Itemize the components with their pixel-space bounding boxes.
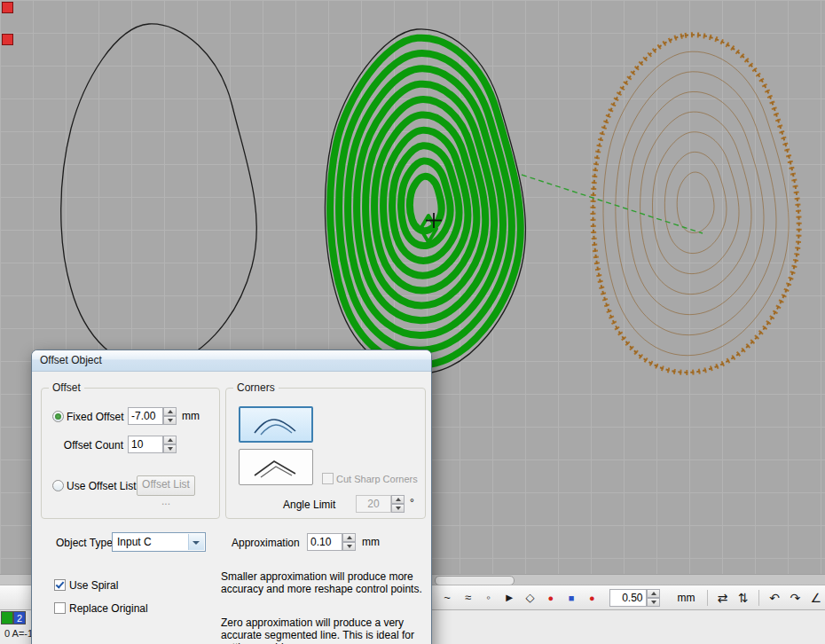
- fixed-offset-input[interactable]: [128, 407, 163, 425]
- motif-run-icon[interactable]: ◦: [480, 588, 498, 608]
- spin-down-button[interactable]: [163, 444, 177, 453]
- outline-width-stepper: [647, 589, 660, 607]
- fixed-offset-stepper: [163, 407, 177, 425]
- angle-limit-label: Angle Limit: [283, 499, 335, 511]
- run-stitch-icon[interactable]: ~: [438, 588, 456, 608]
- use-spiral-label: Use Spiral: [69, 579, 118, 592]
- outline-width-unit: mm: [678, 592, 695, 604]
- approximation-label: Approximation: [232, 537, 300, 549]
- offset-group-label: Offset: [49, 381, 84, 394]
- toolbar-separator: [758, 590, 759, 606]
- spin-up-button[interactable]: [163, 436, 177, 444]
- use-spiral-checkbox[interactable]: [54, 579, 66, 591]
- offset-object-dialog: Offset Object Offset Fixed Offset mm Off…: [31, 349, 432, 644]
- object-type-value: Input C: [117, 536, 152, 548]
- use-offset-list-label: Use Offset List: [67, 480, 136, 492]
- object-type-dropdown[interactable]: Input C: [112, 532, 206, 552]
- replace-original-label: Replace Original: [69, 602, 148, 615]
- app-window: ~ ≈ ◦ ► ◇ ● ■ ● mm ⇄ ⇅ ↶ ↷ ∠ 2 0 A=-14 O…: [0, 0, 825, 644]
- palette-color-2[interactable]: 2: [13, 611, 26, 624]
- fixed-offset-radio[interactable]: [52, 411, 64, 422]
- thread-color-icon[interactable]: ■: [562, 588, 580, 608]
- fixed-offset-unit: mm: [182, 410, 200, 422]
- sharp-corner-button[interactable]: [239, 449, 313, 485]
- offset-list-button[interactable]: Offset List ...: [137, 475, 195, 496]
- angle-limit-stepper: [391, 495, 405, 513]
- offset-spiral-shape[interactable]: [330, 38, 521, 365]
- offset-count-label: Offset Count: [54, 439, 123, 452]
- corners-group: Corners Cut Sharp Corners Angle Limit: [225, 388, 426, 519]
- replace-original-checkbox[interactable]: [54, 602, 66, 614]
- rotate-angle-icon[interactable]: ∠: [807, 588, 825, 608]
- spin-down-button[interactable]: [647, 598, 660, 607]
- reshape-tool-icon[interactable]: ◇: [521, 588, 538, 608]
- cut-sharp-corners-checkbox[interactable]: [322, 473, 334, 484]
- offset-count-input[interactable]: [128, 436, 163, 453]
- approximation-unit: mm: [362, 536, 380, 548]
- use-offset-list-radio[interactable]: [52, 480, 64, 491]
- tie-off-icon[interactable]: ●: [583, 588, 601, 608]
- sharp-corner-icon: [249, 454, 302, 481]
- dialog-title[interactable]: Offset Object: [32, 350, 431, 372]
- spin-down-button[interactable]: [391, 504, 405, 513]
- spin-down-button[interactable]: [342, 542, 356, 551]
- spin-up-button[interactable]: [163, 407, 177, 416]
- spin-up-button[interactable]: [647, 589, 660, 598]
- rotate-cw-icon[interactable]: ↷: [786, 588, 804, 608]
- spin-up-button[interactable]: [342, 533, 356, 542]
- outline-shape[interactable]: [61, 24, 257, 367]
- rotate-ccw-icon[interactable]: ↶: [766, 588, 783, 608]
- chevron-down-icon[interactable]: [188, 534, 204, 550]
- palette-color-1[interactable]: [1, 611, 13, 624]
- stitch-connector-line: [522, 175, 703, 233]
- spin-down-button[interactable]: [163, 416, 177, 425]
- approximation-stepper: [342, 533, 356, 551]
- docked-tool-marker-icon[interactable]: [2, 34, 13, 45]
- approximation-input[interactable]: [307, 533, 342, 551]
- mirror-vertical-icon[interactable]: ⇅: [735, 588, 752, 608]
- rounded-corner-icon: [249, 412, 302, 438]
- fixed-offset-label: Fixed Offset: [67, 411, 123, 423]
- select-tool-icon[interactable]: ►: [500, 588, 518, 608]
- triple-stitch-icon[interactable]: ≈: [459, 588, 476, 608]
- offset-count-stepper: [163, 436, 177, 453]
- angle-limit-unit: °: [410, 497, 414, 509]
- outline-width-input[interactable]: [609, 589, 647, 607]
- toolbar-separator: [707, 590, 708, 606]
- zero-approximation-note: Zero approximation will produce a very a…: [221, 617, 425, 644]
- rounded-corner-button[interactable]: [239, 406, 313, 443]
- cut-sharp-corners-label: Cut Sharp Corners: [336, 474, 418, 484]
- spin-up-button[interactable]: [391, 495, 405, 504]
- object-type-label: Object Type: [56, 537, 113, 549]
- angle-limit-input[interactable]: [356, 495, 391, 513]
- corners-group-label: Corners: [233, 381, 279, 394]
- stitched-shape[interactable]: [593, 35, 798, 373]
- approximation-note: Smaller approximation will produce more …: [221, 570, 425, 595]
- offset-group: Offset Fixed Offset mm Offset Count Use …: [41, 388, 220, 519]
- stop-point-icon[interactable]: ●: [542, 588, 560, 608]
- mirror-horizontal-icon[interactable]: ⇄: [713, 588, 731, 608]
- docked-tool-marker-top-icon[interactable]: [2, 2, 13, 13]
